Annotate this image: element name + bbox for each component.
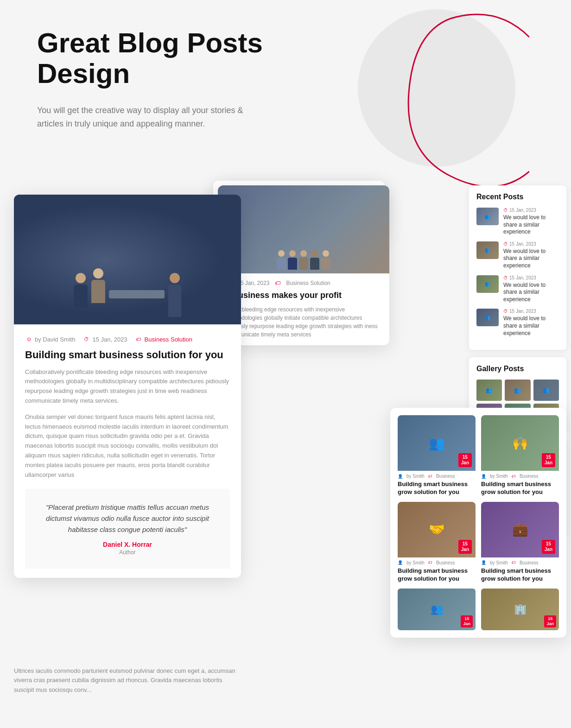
bottom-text: Ultrices iaculis commodo parturient euis…	[14, 666, 241, 695]
main-card-date: 15 Jan, 2023	[92, 336, 127, 343]
recent-post-2: 👥 ⏱15 Jan, 2023 We would love to share a…	[476, 241, 559, 270]
grid-post-title-3: Building smart business grow solution fo…	[398, 567, 476, 583]
recent-post-1: 👥 ⏱15 Jan, 2023 We would love to share a…	[476, 208, 559, 236]
recent-post-title-3: We would love to share a similar experie…	[503, 282, 559, 304]
middle-cat-icon: 🏷	[275, 280, 280, 286]
grid-post-badge-3: 15Jan	[458, 540, 472, 554]
grid-post-meta-3: 👤 by Smith 🏷 Business	[398, 560, 476, 565]
middle-card-category: Business Solution	[286, 280, 330, 286]
main-card-img-bg	[14, 195, 241, 324]
recent-posts-section: Recent Posts 👥 ⏱15 Jan, 2023 We would lo…	[469, 185, 566, 350]
grid-post-badge-1: 15Jan	[458, 453, 472, 467]
grid-post-badge-2: 15Jan	[542, 453, 555, 467]
hero-subtitle: You will get the creative way to display…	[37, 104, 260, 131]
cat-icon: 🏷	[135, 336, 142, 343]
grid-post-3[interactable]: 🤝 15Jan 👤 by Smith 🏷 Business Building s…	[398, 502, 476, 583]
recent-post-date-2: ⏱15 Jan, 2023	[503, 241, 559, 247]
recent-post-thumb-4: 👥	[476, 309, 499, 326]
main-blog-card: ⊙ by David Smith ⏱ 15 Jan, 2023 🏷 Busine…	[14, 195, 241, 578]
author-icon: ⊙	[25, 336, 32, 343]
meta-date-item: ⏱ 15 Jan, 2023	[82, 336, 127, 343]
grid-post-title-4: Building smart business grow solution fo…	[481, 567, 559, 583]
main-card-body: ⊙ by David Smith ⏱ 15 Jan, 2023 🏷 Busine…	[14, 324, 241, 578]
recent-post-thumb-3: 👥	[476, 275, 499, 293]
gallery-thumb-2[interactable]: 👥	[505, 380, 530, 401]
main-card-meta: ⊙ by David Smith ⏱ 15 Jan, 2023 🏷 Busine…	[25, 336, 230, 343]
recent-post-thumb-2: 👥	[476, 241, 499, 259]
grid-post-img-3: 🤝 15Jan	[398, 502, 476, 557]
quote-box: "Placerat pretium tristique mattis tellu…	[25, 489, 230, 569]
hero-section: Great Blog Posts Design You will get the…	[0, 0, 571, 195]
recent-post-date-3: ⏱15 Jan, 2023	[503, 275, 559, 280]
grid-post-badge-4: 15Jan	[542, 540, 555, 554]
hero-title: Great Blog Posts Design	[37, 28, 278, 89]
grid-post-4[interactable]: 💼 15Jan 👤 by Smith 🏷 Business Building s…	[481, 502, 559, 583]
grid-post-meta-4: 👤 by Smith 🏷 Business	[481, 560, 559, 565]
middle-card-body: ⏱ 15 Jan, 2023 🏷 Business Solution e bus…	[218, 273, 389, 345]
grid-post-5[interactable]: 👥 15Jan	[398, 589, 476, 630]
middle-card-img-inner	[218, 185, 389, 273]
gallery-thumb-3[interactable]: 👥	[533, 380, 559, 401]
main-card-text1: Collaboratively pontificate bleeding edg…	[25, 367, 230, 406]
grid-post-meta-1: 👤 by Smith 🏷 Business	[398, 474, 476, 479]
grid-post-meta-2: 👤 by Smith 🏷 Business	[481, 474, 559, 479]
grid-post-1[interactable]: 👥 15Jan 👤 by Smith 🏷 Business Building s…	[398, 415, 476, 496]
grid-post-title-1: Building smart business grow solution fo…	[398, 481, 476, 496]
recent-post-date-4: ⏱15 Jan, 2023	[503, 309, 559, 314]
deco-circle	[358, 9, 515, 167]
quote-text: "Placerat pretium tristique mattis tellu…	[36, 502, 219, 535]
recent-post-date-1: ⏱15 Jan, 2023	[503, 208, 559, 213]
recent-post-info-2: ⏱15 Jan, 2023 We would love to share a s…	[503, 241, 559, 270]
recent-post-4: 👥 ⏱15 Jan, 2023 We would love to share a…	[476, 309, 559, 337]
quote-author: Daniel X. Horrar	[36, 541, 219, 548]
middle-blog-card: ⏱ 15 Jan, 2023 🏷 Business Solution e bus…	[218, 185, 389, 345]
recent-post-title-2: We would love to share a similar experie…	[503, 248, 559, 270]
grid-post-img-1: 👥 15Jan	[398, 415, 476, 471]
main-card-text2: Onubia semper vel donec torquent fusce m…	[25, 412, 230, 480]
meta-author-item: ⊙ by David Smith	[25, 336, 75, 343]
main-card-image	[14, 195, 241, 324]
recent-post-title-4: We would love to share a similar experie…	[503, 315, 559, 337]
middle-card-image	[218, 185, 389, 273]
recent-post-3: 👥 ⏱15 Jan, 2023 We would love to share a…	[476, 275, 559, 304]
quote-author-title: Author	[36, 549, 219, 556]
recent-post-info-1: ⏱15 Jan, 2023 We would love to share a s…	[503, 208, 559, 236]
middle-card-title: e business makes your profit	[226, 290, 381, 301]
recent-post-thumb-1: 👥	[476, 208, 499, 225]
grid-post-img-4: 💼 15Jan	[481, 502, 559, 557]
recent-post-info-3: ⏱15 Jan, 2023 We would love to share a s…	[503, 275, 559, 304]
recent-post-info-4: ⏱15 Jan, 2023 We would love to share a s…	[503, 309, 559, 337]
grid-post-6[interactable]: 🏢 15Jan	[481, 589, 559, 630]
grid-posts-card: 👥 15Jan 👤 by Smith 🏷 Business Building s…	[390, 408, 566, 638]
gallery-posts-title: Gallery Posts	[476, 365, 559, 373]
middle-card-text: Scale bleeding edge resources with inexp…	[226, 305, 381, 339]
grid-post-title-2: Building smart business grow solution fo…	[481, 481, 559, 496]
recent-post-title-1: We would love to share a similar experie…	[503, 214, 559, 236]
grid-posts-row2: 👥 15Jan 🏢 15Jan	[398, 589, 559, 630]
middle-card-meta: ⏱ 15 Jan, 2023 🏷 Business Solution	[226, 280, 381, 286]
date-icon: ⏱	[82, 336, 90, 343]
grid-posts-grid: 👥 15Jan 👤 by Smith 🏷 Business Building s…	[398, 415, 559, 583]
main-card-category: Business Solution	[145, 336, 192, 343]
middle-card-date: 15 Jan, 2023	[237, 280, 269, 286]
gallery-thumb-1[interactable]: 👥	[476, 380, 502, 401]
main-card-author: by David Smith	[35, 336, 75, 343]
meta-cat-item: 🏷 Business Solution	[135, 336, 192, 343]
grid-post-2[interactable]: 🙌 15Jan 👤 by Smith 🏷 Business Building s…	[481, 415, 559, 496]
main-card-title: Building smart business solution for you	[25, 348, 230, 362]
grid-post-img-2: 🙌 15Jan	[481, 415, 559, 471]
cards-area: multidisciplinary compatible architectur…	[0, 195, 571, 704]
recent-posts-title: Recent Posts	[476, 193, 559, 201]
